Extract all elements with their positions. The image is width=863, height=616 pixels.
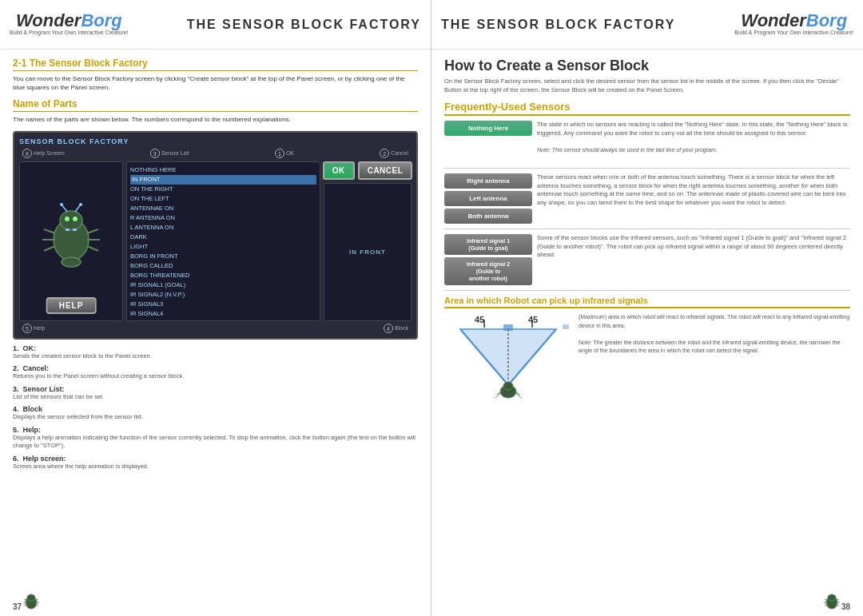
sbf-right-area: OK CANCEL IN FRONT xyxy=(324,161,412,321)
list-item[interactable]: LIGHT xyxy=(130,242,316,252)
list-item[interactable]: L ANTENNA ON xyxy=(130,223,316,232)
list-item-selected[interactable]: IN FRONT xyxy=(130,175,316,185)
list-item[interactable]: IR SIGNAL1 (GOAL) xyxy=(130,280,316,290)
sensor-list: NOTHING HERE IN FRONT ON THE RIGHT ON TH… xyxy=(130,165,316,321)
callout-cancel: 2 Cancel xyxy=(380,149,408,158)
svg-rect-15 xyxy=(66,229,70,231)
callout-help: 5 Help xyxy=(22,324,45,333)
robot-svg xyxy=(39,201,103,281)
left-antenna-button[interactable]: Left antenna xyxy=(444,191,532,206)
list-item[interactable]: IR SIGNAL3 xyxy=(130,300,316,309)
both-antenna-button[interactable]: Both antenna xyxy=(444,209,532,224)
numbered-item-5: 5. Help: Displays a help animation indic… xyxy=(13,426,418,451)
sbf-ok-cancel-buttons: OK CANCEL xyxy=(324,161,412,180)
infrared-area: 45 45 xyxy=(444,313,850,420)
svg-text:45: 45 xyxy=(528,315,538,324)
right-main-title: How to Create a Sensor Block xyxy=(444,58,850,74)
right-page-number: 38 xyxy=(841,602,850,611)
numbered-item-2: 2. Cancel: Returns you to the Panel scre… xyxy=(13,364,418,381)
svg-point-5 xyxy=(60,203,63,206)
left-logo: WonderBorg Build & Program Your Own Inte… xyxy=(10,12,129,36)
sbf-preview-text: IN FRONT xyxy=(349,248,386,256)
svg-rect-39 xyxy=(503,324,513,331)
cancel-button[interactable]: CANCEL xyxy=(358,161,413,180)
sbf-main: HELP NOTHING HERE IN FRONT ON THE RIGHT … xyxy=(19,161,412,321)
left-page: WonderBorg Build & Program Your Own Inte… xyxy=(0,0,432,616)
sensor-divider-2 xyxy=(444,229,850,229)
right-antenna-button[interactable]: Right antenna xyxy=(444,173,532,189)
list-item[interactable]: DARK xyxy=(130,232,316,242)
name-of-parts-text: The names of the parts are shown below. … xyxy=(13,115,418,124)
svg-line-8 xyxy=(44,229,55,233)
sbf-container: SENSOR BLOCK FACTORY 8 Help Screen 3 Sen… xyxy=(13,131,418,340)
infrared-buttons: Infrared signal 1(Guide to goal) Infrare… xyxy=(444,234,532,285)
sbf-top-callouts: 8 Help Screen 3 Sensor List 1 OK 2 Cance… xyxy=(19,149,412,158)
svg-point-42 xyxy=(828,594,836,601)
list-item[interactable]: BORG CALLED xyxy=(130,261,316,271)
left-bug-icon xyxy=(22,592,40,613)
svg-point-34 xyxy=(503,382,513,390)
svg-line-10 xyxy=(44,246,55,251)
list-item[interactable]: BORG IN FRONT xyxy=(130,252,316,261)
sensor-nothing-here: Nothing Here The state in which no senso… xyxy=(444,121,850,163)
left-page-number: 37 xyxy=(13,602,22,611)
ok-button[interactable]: OK xyxy=(323,161,355,180)
svg-line-13 xyxy=(87,246,98,251)
sbf-bottom-callouts: 5 Help 4 Block xyxy=(19,324,412,333)
right-logo-subtitle: Build & Program Your Own Interactive Cre… xyxy=(734,30,853,36)
svg-point-14 xyxy=(62,257,81,267)
svg-line-11 xyxy=(87,229,98,233)
list-item[interactable]: ANTENNAE ON xyxy=(130,204,316,213)
right-header: THE SENSOR BLOCK FACTORY WonderBorg Buil… xyxy=(432,0,863,50)
infrared-area-title: Area in which Robot can pick up infrared… xyxy=(444,296,850,308)
left-content: 2-1 The Sensor Block Factory You can mov… xyxy=(0,50,431,483)
svg-rect-40 xyxy=(563,324,569,329)
right-logo-title: WonderBorg xyxy=(741,12,847,30)
numbered-item-1: 1. OK: Sends the created sensor block to… xyxy=(13,344,418,361)
list-item[interactable]: NOTHING HERE xyxy=(130,165,316,175)
frequently-used-title: Frequently-Used Sensors xyxy=(444,101,850,116)
infrared-diagram: 45 45 xyxy=(444,313,572,420)
nothing-here-text: The state in which no sensors are reacti… xyxy=(537,121,850,163)
infrared-text: Some of the sensor blocks use the infrar… xyxy=(537,234,850,285)
infrared-signal-2-button[interactable]: Infrared signal 2(Guide toanother robot) xyxy=(444,257,532,285)
svg-point-1 xyxy=(60,211,82,230)
list-item[interactable]: IR SIGNAL4 xyxy=(130,309,316,319)
right-intro-text: On the Sensor Block Factory screen, sele… xyxy=(444,77,850,94)
list-item[interactable]: BORG THREATENED xyxy=(130,271,316,280)
left-header: WonderBorg Build & Program Your Own Inte… xyxy=(0,0,431,50)
left-header-title: THE SENSOR BLOCK FACTORY xyxy=(187,18,421,32)
nothing-here-button[interactable]: Nothing Here xyxy=(444,121,532,136)
callout-sensor-list: 3 Sensor List xyxy=(150,149,189,158)
numbered-item-4: 4. Block Displays the sensor selected fr… xyxy=(13,405,418,422)
sbf-robot-area: HELP xyxy=(19,161,123,321)
left-logo-subtitle: Build & Program Your Own Interactive Cre… xyxy=(10,30,129,36)
infrared-signal-1-button[interactable]: Infrared signal 1(Guide to goal) xyxy=(444,234,532,255)
section-2-1-title: 2-1 The Sensor Block Factory xyxy=(13,58,418,71)
numbered-item-3: 3. Sensor List: List of the sensors that… xyxy=(13,385,418,402)
sensor-divider-1 xyxy=(444,168,850,169)
infrared-diagram-svg: 45 45 xyxy=(444,313,572,417)
sbf-list-area[interactable]: NOTHING HERE IN FRONT ON THE RIGHT ON TH… xyxy=(126,161,320,321)
svg-point-3 xyxy=(73,217,78,221)
list-item[interactable]: ON THE RIGHT xyxy=(130,185,316,194)
antenna-buttons: Right antenna Left antenna Both antenna xyxy=(444,173,532,224)
right-bug-icon xyxy=(823,592,841,613)
infrared-description: (Maximum) area in which robot will react… xyxy=(579,313,850,356)
list-item[interactable]: ON THE LEFT xyxy=(130,194,316,204)
callout-help-screen: 8 Help Screen xyxy=(22,149,65,158)
right-page: THE SENSOR BLOCK FACTORY WonderBorg Buil… xyxy=(432,0,863,616)
svg-point-2 xyxy=(65,217,70,221)
numbered-list: 1. OK: Sends the created sensor block to… xyxy=(13,344,418,471)
antenna-text: These sensors react when one or both of … xyxy=(537,173,850,224)
list-item[interactable]: IR SIGNAL2 (N.V.P.) xyxy=(130,290,316,300)
svg-rect-16 xyxy=(73,229,77,231)
numbered-item-6: 6. Help screen: Screen area where the he… xyxy=(13,455,418,471)
callout-block: 4 Block xyxy=(384,324,408,333)
right-content: How to Create a Sensor Block On the Sens… xyxy=(432,50,863,428)
list-item[interactable]: R ANTENNA ON xyxy=(130,213,316,223)
sensor-divider-3 xyxy=(444,290,850,291)
list-item[interactable]: IR SIGNAL5 xyxy=(130,319,316,321)
sbf-label: SENSOR BLOCK FACTORY xyxy=(19,137,412,145)
help-button[interactable]: HELP xyxy=(46,297,97,314)
